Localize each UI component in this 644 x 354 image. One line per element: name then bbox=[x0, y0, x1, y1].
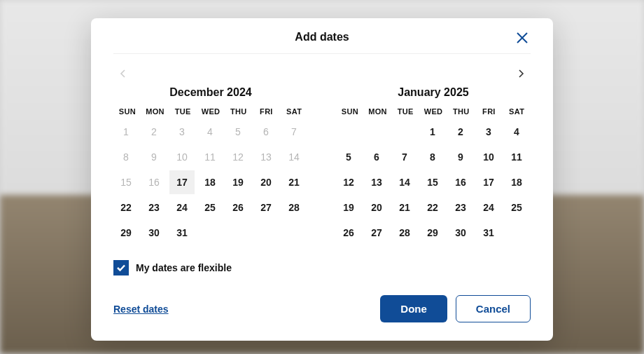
day-cell[interactable]: 29 bbox=[113, 221, 139, 245]
day-cell[interactable]: 29 bbox=[420, 221, 445, 245]
day-cell: 3 bbox=[169, 120, 195, 144]
day-cell[interactable]: 25 bbox=[504, 196, 529, 219]
day-cell[interactable]: 20 bbox=[253, 170, 279, 194]
day-cell: 2 bbox=[141, 120, 167, 144]
month-title-right: January 2025 bbox=[336, 86, 531, 99]
day-cell[interactable]: 23 bbox=[448, 196, 473, 219]
done-button[interactable]: Done bbox=[380, 295, 447, 322]
day-cell: 4 bbox=[197, 120, 223, 144]
calendars-container: December 2024 SUNMONTUEWEDTHUFRISAT 1234… bbox=[113, 86, 531, 245]
day-cell[interactable]: 27 bbox=[253, 196, 279, 219]
day-cell[interactable]: 3 bbox=[476, 120, 501, 144]
day-cell: 10 bbox=[169, 145, 195, 169]
dow-label: WED bbox=[197, 107, 225, 116]
day-cell: 15 bbox=[113, 170, 139, 194]
date-picker-modal: Add dates December 2024 SUNMONTUEWEDTHUF… bbox=[91, 18, 553, 341]
flexible-checkbox[interactable] bbox=[113, 260, 129, 275]
day-empty bbox=[336, 120, 361, 144]
day-cell[interactable]: 28 bbox=[281, 196, 307, 219]
dow-label: TUE bbox=[169, 107, 197, 116]
dow-label: SAT bbox=[503, 107, 531, 116]
day-empty bbox=[364, 120, 389, 144]
day-cell: 5 bbox=[225, 120, 251, 144]
day-cell[interactable]: 9 bbox=[448, 145, 473, 169]
day-cell[interactable]: 26 bbox=[336, 221, 361, 245]
day-cell[interactable]: 19 bbox=[336, 196, 361, 219]
days-grid-left: 1234567891011121314151617181920212223242… bbox=[113, 120, 308, 245]
day-cell[interactable]: 5 bbox=[336, 145, 361, 169]
day-cell: 9 bbox=[141, 145, 167, 169]
day-cell[interactable]: 26 bbox=[225, 196, 251, 219]
flexible-dates-row: My dates are flexible bbox=[113, 260, 531, 275]
day-cell: 1 bbox=[113, 120, 139, 144]
chevron-right-icon bbox=[516, 69, 526, 79]
day-cell: 11 bbox=[197, 145, 223, 169]
reset-dates-link[interactable]: Reset dates bbox=[113, 304, 169, 315]
day-cell[interactable]: 4 bbox=[504, 120, 529, 144]
cancel-button[interactable]: Cancel bbox=[456, 295, 531, 322]
day-cell[interactable]: 24 bbox=[476, 196, 501, 219]
prev-month-button bbox=[113, 64, 133, 83]
dow-label: FRI bbox=[475, 107, 503, 116]
month-nav-row bbox=[113, 54, 531, 86]
day-cell[interactable]: 24 bbox=[169, 196, 195, 219]
day-cell: 6 bbox=[253, 120, 279, 144]
day-cell: 14 bbox=[281, 145, 307, 169]
day-cell[interactable]: 22 bbox=[113, 196, 139, 219]
day-cell[interactable]: 30 bbox=[448, 221, 473, 245]
day-cell[interactable]: 16 bbox=[448, 170, 473, 194]
day-cell[interactable]: 17 bbox=[476, 170, 501, 194]
day-cell[interactable]: 20 bbox=[364, 196, 389, 219]
day-cell[interactable]: 30 bbox=[141, 221, 167, 245]
day-cell[interactable]: 8 bbox=[420, 145, 445, 169]
flexible-label: My dates are flexible bbox=[136, 262, 232, 273]
day-cell[interactable]: 19 bbox=[225, 170, 251, 194]
dow-label: SUN bbox=[113, 107, 141, 116]
dow-label: SAT bbox=[280, 107, 308, 116]
day-cell[interactable]: 14 bbox=[392, 170, 417, 194]
dow-label: SUN bbox=[336, 107, 364, 116]
day-cell[interactable]: 18 bbox=[504, 170, 529, 194]
dow-label: WED bbox=[419, 107, 447, 116]
days-grid-right: 1234567891011121314151617181920212223242… bbox=[336, 120, 531, 245]
button-group: Done Cancel bbox=[380, 295, 531, 322]
day-cell[interactable]: 21 bbox=[392, 196, 417, 219]
day-cell: 8 bbox=[113, 145, 139, 169]
day-cell[interactable]: 13 bbox=[364, 170, 389, 194]
calendar-right: January 2025 SUNMONTUEWEDTHUFRISAT 12345… bbox=[336, 86, 531, 245]
close-button[interactable] bbox=[514, 29, 531, 46]
next-month-button[interactable] bbox=[511, 64, 531, 83]
day-cell[interactable]: 21 bbox=[281, 170, 307, 194]
day-cell[interactable]: 10 bbox=[476, 145, 501, 169]
checkmark-icon bbox=[116, 263, 126, 273]
month-title-left: December 2024 bbox=[113, 86, 308, 99]
day-cell[interactable]: 28 bbox=[392, 221, 417, 245]
dow-label: THU bbox=[225, 107, 253, 116]
day-cell: 13 bbox=[253, 145, 279, 169]
calendar-left: December 2024 SUNMONTUEWEDTHUFRISAT 1234… bbox=[113, 86, 308, 245]
modal-title: Add dates bbox=[295, 31, 349, 43]
day-cell[interactable]: 12 bbox=[336, 170, 361, 194]
day-cell[interactable]: 31 bbox=[169, 221, 195, 245]
day-cell[interactable]: 7 bbox=[392, 145, 417, 169]
day-cell[interactable]: 2 bbox=[448, 120, 473, 144]
day-empty bbox=[392, 120, 417, 144]
day-cell[interactable]: 18 bbox=[197, 170, 223, 194]
day-cell[interactable]: 22 bbox=[420, 196, 445, 219]
day-cell[interactable]: 17 bbox=[169, 170, 195, 194]
day-cell[interactable]: 31 bbox=[476, 221, 501, 245]
dow-label: MON bbox=[141, 107, 169, 116]
modal-footer: Reset dates Done Cancel bbox=[113, 295, 531, 322]
dow-label: FRI bbox=[253, 107, 281, 116]
day-cell[interactable]: 27 bbox=[364, 221, 389, 245]
dow-label: MON bbox=[364, 107, 392, 116]
day-cell[interactable]: 1 bbox=[420, 120, 445, 144]
day-cell[interactable]: 25 bbox=[197, 196, 223, 219]
day-cell: 16 bbox=[141, 170, 167, 194]
chevron-left-icon bbox=[118, 69, 128, 79]
day-cell[interactable]: 6 bbox=[364, 145, 389, 169]
day-cell[interactable]: 11 bbox=[504, 145, 529, 169]
day-cell[interactable]: 15 bbox=[420, 170, 445, 194]
day-cell[interactable]: 23 bbox=[141, 196, 167, 219]
close-icon bbox=[516, 32, 528, 44]
